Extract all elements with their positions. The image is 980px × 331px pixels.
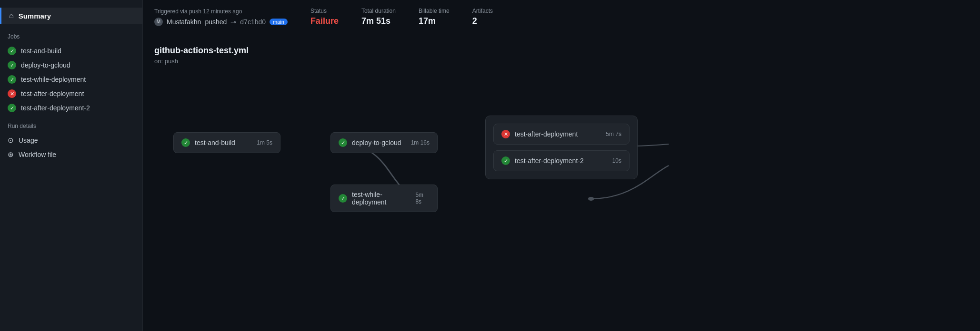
- node-test-while-deployment[interactable]: ✓ test-while-deployment 5m 8s: [330, 185, 438, 212]
- node-duration: 5m 7s: [606, 131, 621, 137]
- job-label: test-after-deployment-2: [21, 104, 90, 112]
- node-label: test-after-deployment: [515, 130, 578, 138]
- commit-sha: d7c1bd0: [240, 18, 266, 26]
- failure-icon: ✕: [501, 130, 510, 138]
- workflow-diagram: ✓ test-and-build 1m 5s ✓ deploy-to-gclou…: [154, 80, 969, 242]
- status-stat: Status Failure: [310, 8, 339, 26]
- node-duration: 1m 5s: [257, 139, 272, 146]
- node-label: deploy-to-gcloud: [352, 139, 401, 146]
- avatar: M: [154, 18, 163, 26]
- sidebar-job-test-after-deployment[interactable]: ✕ test-after-deployment: [0, 87, 142, 101]
- artifacts-stat: Artifacts 2: [472, 8, 493, 26]
- success-icon: ✓: [339, 138, 347, 147]
- usage-label: Usage: [19, 136, 38, 144]
- artifacts-value: 2: [472, 16, 493, 26]
- node-test-after-deployment[interactable]: ✕ test-after-deployment 5m 7s: [493, 124, 630, 145]
- run-trigger: Triggered via push 12 minutes ago M Must…: [154, 8, 288, 26]
- status-value: Failure: [310, 16, 339, 26]
- job-label: deploy-to-gcloud: [21, 61, 70, 69]
- workflow-filename: github-actions-test.yml: [154, 46, 969, 56]
- actor-name: Mustafakhn: [167, 18, 201, 26]
- parallel-jobs-group: ✕ test-after-deployment 5m 7s ✓ test-aft…: [485, 116, 638, 179]
- success-icon: ✓: [8, 75, 16, 84]
- job-label: test-and-build: [21, 47, 61, 55]
- branch-badge: main: [270, 19, 288, 25]
- status-label: Status: [310, 8, 339, 14]
- failure-icon: ✕: [8, 89, 16, 98]
- git-branch-icon: ⊸: [230, 18, 236, 26]
- node-test-after-deployment-2[interactable]: ✓ test-after-deployment-2 10s: [493, 150, 630, 171]
- success-icon: ✓: [181, 138, 190, 147]
- pushed-label: pushed: [205, 18, 227, 26]
- job-label: test-while-deployment: [21, 76, 86, 83]
- sidebar-job-test-and-build[interactable]: ✓ test-and-build: [0, 44, 142, 58]
- success-icon: ✓: [8, 104, 16, 112]
- file-icon: ⊛: [8, 150, 14, 159]
- artifacts-label: Artifacts: [472, 8, 493, 14]
- success-icon: ✓: [8, 47, 16, 55]
- success-icon: ✓: [339, 194, 347, 203]
- home-icon: ⌂: [9, 11, 14, 20]
- success-icon: ✓: [8, 61, 16, 69]
- trigger-details: M Mustafakhn pushed ⊸ d7c1bd0 main: [154, 18, 288, 26]
- sidebar-job-deploy-to-gcloud[interactable]: ✓ deploy-to-gcloud: [0, 58, 142, 72]
- jobs-section-title: Jobs: [0, 31, 142, 44]
- clock-icon: ⊙: [8, 136, 14, 145]
- svg-point-2: [588, 197, 594, 201]
- billable-label: Billable time: [419, 8, 450, 14]
- sidebar-job-test-while-deployment[interactable]: ✓ test-while-deployment: [0, 72, 142, 87]
- main-content: Triggered via push 12 minutes ago M Must…: [143, 0, 980, 331]
- node-label: test-while-deployment: [352, 191, 410, 206]
- workflow-file-item[interactable]: ⊛ Workflow file: [0, 147, 142, 162]
- node-duration: 5m 8s: [415, 192, 430, 205]
- job-label: test-after-deployment: [21, 90, 84, 97]
- run-details-section-title: Run details: [0, 115, 142, 133]
- node-test-and-build[interactable]: ✓ test-and-build 1m 5s: [173, 132, 280, 153]
- usage-item[interactable]: ⊙ Usage: [0, 133, 142, 147]
- sidebar-job-test-after-deployment-2[interactable]: ✓ test-after-deployment-2: [0, 101, 142, 115]
- sidebar-summary-item[interactable]: ⌂ Summary: [0, 8, 142, 24]
- billable-stat: Billable time 17m: [419, 8, 450, 26]
- sidebar: ⌂ Summary Jobs ✓ test-and-build ✓ deploy…: [0, 0, 143, 331]
- duration-label: Total duration: [361, 8, 396, 14]
- node-deploy-to-gcloud[interactable]: ✓ deploy-to-gcloud 1m 16s: [330, 132, 438, 153]
- node-duration: 1m 16s: [411, 139, 430, 146]
- trigger-text: Triggered via push 12 minutes ago: [154, 8, 288, 15]
- node-duration: 10s: [612, 157, 621, 164]
- workflow-area: github-actions-test.yml on: push: [143, 34, 980, 331]
- duration-value: 7m 51s: [361, 16, 396, 26]
- success-icon: ✓: [501, 156, 510, 165]
- run-header: Triggered via push 12 minutes ago M Must…: [143, 0, 980, 34]
- sidebar-summary-label: Summary: [19, 12, 51, 20]
- billable-value: 17m: [419, 16, 450, 26]
- node-label: test-after-deployment-2: [515, 157, 584, 165]
- duration-stat: Total duration 7m 51s: [361, 8, 396, 26]
- workflow-file-label: Workflow file: [19, 151, 56, 158]
- workflow-trigger: on: push: [154, 58, 969, 65]
- node-label: test-and-build: [195, 139, 235, 146]
